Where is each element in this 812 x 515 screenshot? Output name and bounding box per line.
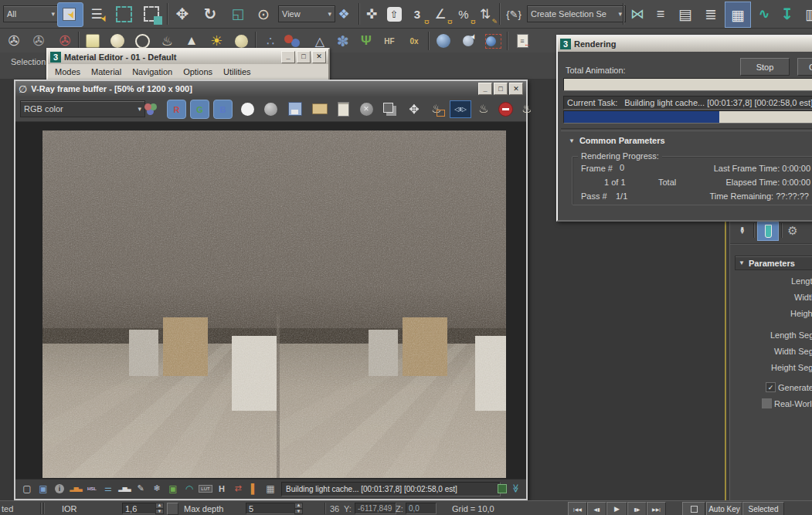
vfb-stamp-icon[interactable]: ▦ (263, 482, 277, 495)
vfb-region-render-button[interactable]: ♨ (426, 100, 447, 118)
vfb-load-image-button[interactable] (311, 100, 329, 118)
mirror-button[interactable]: ⋈ (626, 2, 649, 25)
vfb-icc-icon[interactable]: ⇄ (231, 482, 245, 495)
select-and-move-button[interactable]: ✥ (171, 2, 194, 25)
vfb-red-channel-button[interactable]: R (167, 100, 186, 119)
ior-field[interactable]: 1,6 (122, 503, 159, 514)
edit-named-selection-sets-button[interactable]: {✎} (502, 2, 525, 25)
vfb-duplicate-button[interactable] (380, 100, 399, 118)
render-region-button[interactable] (482, 31, 504, 51)
layer-manager-button[interactable]: ▤ (674, 2, 697, 25)
align-button[interactable]: ≡ (649, 2, 672, 25)
vfb-ocio-icon[interactable]: H (215, 482, 229, 495)
selection-filter-dropdown[interactable]: All ▾ (3, 5, 59, 22)
vfb-color-balance-icon[interactable]: ⚌ (101, 482, 115, 495)
select-and-rotate-button[interactable]: ↻ (199, 2, 222, 25)
schematic-view-button[interactable]: ∿ (753, 2, 776, 25)
previous-frame-button[interactable]: ◀▮ (587, 502, 606, 515)
vfb-green-channel-button[interactable]: G (190, 100, 209, 119)
pin-stack-button[interactable]: ✒ (733, 222, 750, 239)
hair-fur-button[interactable]: HF (379, 31, 400, 51)
vfb-titlebar[interactable]: ∅ V-Ray frame buffer - [50% of 1200 x 90… (15, 81, 526, 97)
vfb-alpha-button[interactable] (238, 100, 257, 118)
vfb-blue-channel-button[interactable]: B (213, 100, 233, 119)
vfb-expand-button[interactable] (496, 483, 508, 494)
select-by-name-button[interactable]: ☰ ➤ (85, 2, 108, 25)
vfb-track-mouse-button[interactable]: ✥ (405, 100, 423, 118)
menu-modes[interactable]: Modes (55, 67, 80, 76)
vfb-collapse-chevrons-button[interactable]: ≫ (510, 483, 522, 494)
vfb-channel-dropdown[interactable]: RGB color ▾ (20, 100, 145, 117)
show-end-result-button[interactable] (757, 222, 779, 241)
vfb-srgb-icon[interactable]: ▌ (247, 482, 261, 495)
angle-snap-button[interactable]: ∠ Ω (430, 2, 451, 25)
vfb-lut-icon[interactable]: LUT (199, 482, 212, 495)
keyboard-shortcut-override-button[interactable]: ⇧ (383, 2, 405, 25)
material-sphere-button[interactable] (433, 31, 454, 51)
reference-coordinate-dropdown[interactable]: View ▾ (278, 5, 335, 22)
select-and-scale-button[interactable]: ◱ (226, 2, 250, 25)
percent-snap-button[interactable]: % Ω (453, 2, 474, 25)
maximize-button[interactable]: □ (297, 51, 311, 63)
camera-button[interactable]: ✇ (3, 31, 25, 51)
rectangular-selection-region-button[interactable] (112, 2, 135, 25)
generate-mapping-row[interactable]: ✓ Generate Mapping Coords. (766, 382, 812, 392)
next-frame-button[interactable]: ▮▶ (627, 502, 647, 515)
scene-explorer-button[interactable]: ≣ (699, 2, 722, 25)
straw-coin-button[interactable]: 0x (403, 31, 425, 51)
vfb-save-image-button[interactable] (286, 100, 304, 118)
snap-toggle-3d-button[interactable]: 3 Ω (406, 2, 428, 25)
set-key-button[interactable] (682, 502, 705, 515)
max-depth-spinner[interactable]: ▲▼ (294, 503, 303, 514)
vfb-histogram-icon[interactable]: ▂▅▃ (117, 482, 131, 495)
real-world-checkbox[interactable] (762, 398, 772, 408)
z-coordinate-field[interactable]: 0,0 (406, 503, 437, 514)
render-setup-button[interactable]: ↧ (776, 2, 799, 25)
vfb-copy-clipboard-button[interactable] (334, 100, 352, 118)
max-depth-field[interactable]: 5 (246, 503, 298, 514)
stop-button[interactable]: Stop (740, 58, 790, 76)
material-editor-titlebar[interactable]: 3 Material Editor - 01 - Default _ □ ✕ (48, 49, 328, 64)
vfb-curves-pencil-icon[interactable]: ✎ (134, 482, 148, 495)
generate-mapping-checkbox[interactable]: ✓ (766, 382, 776, 392)
select-and-manipulate-button[interactable]: ✜ (362, 2, 382, 25)
vfb-window-icon[interactable]: ▢ (20, 482, 34, 495)
real-world-row[interactable]: Real-World Map Size (762, 398, 812, 408)
maximize-button[interactable]: □ (494, 83, 508, 95)
vfb-canvas-area[interactable] (15, 122, 526, 479)
vfb-pixel-info-icon[interactable]: i (53, 482, 66, 495)
minimize-button[interactable]: _ (478, 83, 492, 95)
menu-material[interactable]: Material (91, 67, 121, 76)
parameters-rollout-header[interactable]: ▼ Parameters (735, 256, 812, 270)
window-crossing-toggle-button[interactable] (140, 2, 163, 25)
vfb-hsl-icon[interactable]: HSL (85, 482, 99, 495)
menu-navigation[interactable]: Navigation (132, 67, 172, 76)
vfb-distributed-render-button[interactable]: ◁‖▷ (450, 100, 471, 118)
rendering-titlebar[interactable]: 3 Rendering (558, 36, 812, 52)
vfb-levels-icon[interactable]: ▂▅▃ (69, 482, 83, 495)
spinner-snap-button[interactable]: ⇅ ✎ (474, 2, 496, 25)
curve-editor-button[interactable]: ▦ (725, 2, 751, 28)
small-blank-button[interactable] (167, 503, 178, 515)
rock-object-button[interactable]: ✽ (332, 31, 354, 51)
named-selection-set-dropdown[interactable]: Create Selection Se ▾ (527, 5, 626, 22)
vfb-color-corrections-icon[interactable]: ▣ (36, 482, 50, 495)
vfb-render-last-button[interactable]: ♨ (474, 100, 493, 118)
use-pivot-center-button[interactable]: ❖ (332, 2, 355, 25)
vfb-channels-button[interactable] (144, 100, 162, 118)
common-parameters-rollout-header[interactable]: ▼ Common Parameters (569, 136, 665, 145)
foliage-button[interactable]: Ψ (355, 31, 377, 51)
go-to-start-button[interactable]: |◀◀ (568, 502, 587, 515)
y-coordinate-field[interactable]: -6117,849 (355, 503, 396, 514)
play-button[interactable]: ▶ (606, 502, 627, 515)
vfb-exposure-icon[interactable]: ❄ (150, 482, 164, 495)
selected-button[interactable]: Selected (742, 502, 784, 515)
vfb-curve-control-icon[interactable]: ◠ (182, 482, 196, 495)
close-button[interactable]: ✕ (509, 83, 523, 95)
select-by-material-button[interactable]: ➤ (457, 31, 479, 51)
close-button[interactable]: ✕ (312, 51, 326, 63)
select-and-place-button[interactable]: ⊙ (252, 2, 275, 25)
menu-options[interactable]: Options (183, 67, 212, 76)
cancel-button[interactable]: Cancel (797, 58, 812, 76)
ior-spinner[interactable]: ▲▼ (155, 503, 164, 514)
